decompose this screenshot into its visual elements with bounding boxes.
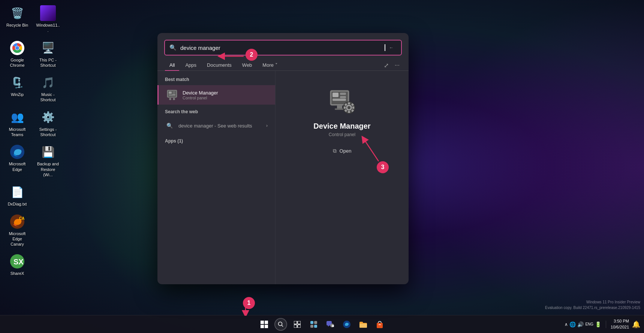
sharex-label: ShareX <box>10 271 24 276</box>
desktop-icon-edge[interactable]: Microsoft Edge <box>4 142 31 179</box>
taskbar-windows-logo[interactable] <box>257 317 272 332</box>
open-button[interactable]: ⧉ Open <box>333 146 352 156</box>
backup-icon: 💾 <box>40 144 56 160</box>
search-input[interactable]: device manager <box>180 45 380 51</box>
annotation-1: 1 <box>243 297 255 309</box>
result-subtitle: Control panel <box>183 96 218 100</box>
time-date-block[interactable]: 3:50 PM 10/6/2021 <box>611 318 629 330</box>
desktop-icon-teams[interactable]: 👥 Microsoft Teams <box>4 108 31 139</box>
tab-more[interactable]: More ˅ <box>258 60 282 71</box>
result-title: Device Manager <box>183 90 218 96</box>
recycle-bin-label: Recycle Bin <box>6 22 28 28</box>
edge-label: Microsoft Edge <box>5 161 29 172</box>
results-area: Best match <box>157 71 409 284</box>
svg-point-15 <box>169 98 171 100</box>
taskbar-store[interactable] <box>372 317 387 332</box>
svg-point-43 <box>279 322 282 326</box>
svg-rect-51 <box>310 325 313 328</box>
search-arrow: ← <box>389 45 394 50</box>
teams-icon: 👥 <box>9 110 25 125</box>
device-manager-result[interactable]: Device Manager Control panel <box>157 85 275 105</box>
edge-icon <box>9 144 25 160</box>
winzip-label: WinZip <box>11 92 24 97</box>
winzip-icon: 🗜️ <box>9 75 25 90</box>
edge-canary-label: Microsoft Edge Canary <box>5 231 29 247</box>
tab-web[interactable]: Web <box>238 60 257 71</box>
teams-label: Microsoft Teams <box>5 127 29 138</box>
desktop-icon-chrome[interactable]: Google Chrome <box>4 39 31 70</box>
tab-apps[interactable]: Apps <box>181 60 201 71</box>
up-arrow[interactable]: ∧ <box>565 322 568 327</box>
device-manager-result-text: Device Manager Control panel <box>183 90 218 100</box>
taskbar: 💬 <box>0 315 644 333</box>
notification-bell[interactable]: 🔔 <box>632 320 640 328</box>
taskbar-task-view[interactable] <box>290 317 305 332</box>
svg-rect-49 <box>310 321 313 324</box>
svg-rect-52 <box>314 325 317 328</box>
svg-rect-19 <box>332 93 338 97</box>
tab-all[interactable]: All <box>165 60 179 71</box>
svg-rect-40 <box>265 321 268 324</box>
svg-rect-39 <box>261 321 264 324</box>
clock-date: 10/6/2021 <box>611 324 629 330</box>
dxdiag-icon: 📄 <box>9 184 25 200</box>
desktop-icon-music[interactable]: 🎵 Music - Shortcut <box>34 73 61 104</box>
desktop-icon-dxdiag[interactable]: 📄 DxDiag.txt <box>4 183 31 208</box>
web-search-arrow: › <box>266 123 268 128</box>
svg-rect-14 <box>169 94 175 96</box>
taskbar-chat[interactable]: 💬 <box>323 317 338 332</box>
web-search-result[interactable]: 🔍 device manager - See web results › <box>157 117 275 134</box>
nav-tabs-left: All Apps Documents Web More ˅ <box>165 60 282 70</box>
tab-documents[interactable]: Documents <box>202 60 236 71</box>
desktop-icon-settings[interactable]: ⚙️ Settings - Shortcut <box>34 108 61 139</box>
this-pc-label: This PC - Shortcut <box>36 57 60 68</box>
taskbar-search-button[interactable] <box>273 317 288 332</box>
search-icon: 🔍 <box>169 44 177 51</box>
battery-icon: 🔋 <box>595 321 601 327</box>
right-panel-title: Device Manager <box>313 122 370 130</box>
taskbar-right: ∧ 🌐 🔊 ENG 🔋 3:50 PM 10/6/2021 🔔 <box>565 318 644 330</box>
svg-text:SX: SX <box>13 258 24 266</box>
desktop: 🗑️ Recycle Bin Windows11... <box>0 0 644 333</box>
svg-point-16 <box>173 98 175 100</box>
sharex-icon: SX <box>9 254 25 269</box>
settings-icon: ⚙️ <box>40 110 56 125</box>
taskbar-explorer[interactable] <box>356 317 371 332</box>
taskbar-widgets[interactable] <box>306 317 321 332</box>
svg-rect-30 <box>344 106 346 109</box>
chrome-icon <box>9 40 25 56</box>
svg-rect-21 <box>340 96 346 98</box>
desktop-icon-edge-canary[interactable]: CAN Microsoft Edge Canary <box>4 212 31 249</box>
svg-rect-42 <box>265 325 268 328</box>
more-options-icon[interactable]: ··· <box>393 60 401 70</box>
svg-rect-47 <box>294 325 297 328</box>
svg-point-3 <box>15 46 19 50</box>
svg-text:💬: 💬 <box>331 324 334 328</box>
taskbar-edge[interactable] <box>339 317 354 332</box>
watermark-line2: Evaluation copy. Build 22471.rs_prerelea… <box>545 305 640 310</box>
music-icon: 🎵 <box>40 75 56 90</box>
svg-rect-22 <box>332 99 346 101</box>
settings-label: Settings - Shortcut <box>36 127 60 138</box>
search-bar[interactable]: 🔍 device manager ← <box>164 40 402 56</box>
desktop-icon-recycle-bin[interactable]: 🗑️ Recycle Bin <box>4 4 31 35</box>
annotation-2: 2 <box>246 49 258 61</box>
svg-rect-23 <box>337 105 342 108</box>
right-panel-device-manager-icon <box>327 86 357 116</box>
desktop-icon-this-pc[interactable]: 🖥️ This PC - Shortcut <box>34 39 61 70</box>
desktop-icon-winzip[interactable]: 🗜️ WinZip <box>4 73 31 104</box>
share-icon[interactable]: ⤢ <box>382 60 390 70</box>
desktop-icon-backup[interactable]: 💾 Backup and Restore (Wi... <box>34 142 61 179</box>
svg-point-27 <box>347 106 350 109</box>
network-icon: 🌐 <box>569 321 576 327</box>
desktop-icon-windows11[interactable]: Windows11... <box>34 4 61 35</box>
search-overlay: 🔍 device manager ← All Apps Documents We… <box>157 33 409 284</box>
open-button-icon: ⧉ <box>333 148 337 154</box>
svg-rect-20 <box>340 93 346 95</box>
svg-rect-11 <box>169 92 172 94</box>
taskbar-search-icon <box>274 318 287 331</box>
svg-rect-48 <box>298 325 301 328</box>
best-match-label: Best match <box>157 77 275 85</box>
svg-rect-41 <box>261 325 264 328</box>
desktop-icon-sharex[interactable]: SX ShareX <box>4 252 31 278</box>
